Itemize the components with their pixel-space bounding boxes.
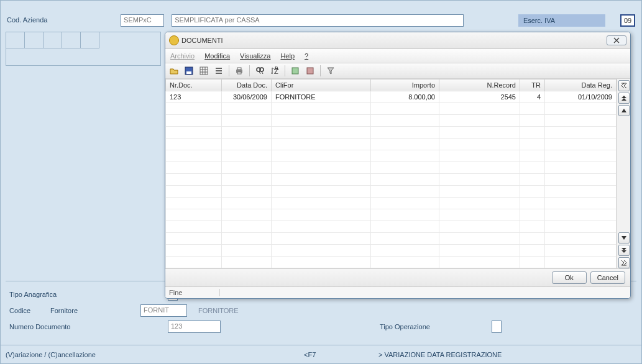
- table-row-empty: [166, 138, 617, 150]
- svg-rect-1: [186, 71, 191, 74]
- scroll-up-icon[interactable]: [618, 105, 630, 116]
- tipo-anagrafica-label: Tipo Anagrafica: [9, 291, 78, 298]
- dialog-status: Fine: [165, 286, 630, 298]
- eserc-iva-input[interactable]: 09: [620, 14, 635, 27]
- table-row-empty: [166, 209, 617, 221]
- dialog-toolbar: AZ: [165, 63, 630, 79]
- main-form: Cod. Azienda SEMPxC SEMPLIFICATA per CAS…: [0, 0, 642, 364]
- dialog-status-text: Fine: [169, 289, 220, 296]
- table-row-empty: [166, 114, 617, 126]
- col-importo[interactable]: Importo: [371, 79, 439, 91]
- menu-visualizza[interactable]: Visualizza: [240, 52, 270, 60]
- menu-question[interactable]: ?: [305, 52, 308, 60]
- fornitore-label: Fornitore: [50, 307, 94, 314]
- table-row-empty: [166, 244, 617, 256]
- save-icon[interactable]: [183, 65, 195, 77]
- filter-icon[interactable]: [324, 65, 337, 77]
- dialog-buttons: Ok Cancel: [165, 268, 630, 286]
- cell-datadoc: 30/06/2009: [222, 91, 272, 102]
- col-datadoc[interactable]: Data Doc.: [222, 79, 272, 91]
- codice-desc: FORNITORE: [198, 307, 267, 314]
- cell-clifor: FORNITORE: [272, 91, 371, 102]
- cell-nrecord: 2545: [439, 91, 520, 102]
- menu-help[interactable]: Help: [280, 52, 295, 60]
- cell-tr: 4: [520, 91, 545, 102]
- mid-tabs: [6, 32, 161, 66]
- table-row-empty: [166, 150, 617, 162]
- dialog-icon: [169, 35, 179, 45]
- col-clifor[interactable]: CliFor: [272, 79, 371, 91]
- table-row-empty: [166, 162, 617, 173]
- codice-input[interactable]: FORNIT: [140, 304, 187, 317]
- grid-wrap: Nr.Doc. Data Doc. CliFor Importo N.Recor…: [165, 79, 630, 268]
- status-key: <F7: [304, 351, 378, 358]
- close-icon: [613, 37, 620, 43]
- table-row[interactable]: 12330/06/2009FORNITORE8.000,002545401/10…: [166, 91, 617, 102]
- table-row-empty: [166, 126, 617, 138]
- status-left: (V)ariazione / (C)ancellazione: [6, 351, 304, 358]
- tool1-icon[interactable]: [289, 65, 301, 77]
- table-row-empty: [166, 256, 617, 268]
- menu-modifica[interactable]: Modifica: [204, 52, 230, 60]
- table-row-empty: [166, 221, 617, 232]
- cancel-button[interactable]: Cancel: [590, 271, 625, 284]
- table-row-empty: [166, 173, 617, 185]
- cell-datareg: 01/10/2009: [545, 91, 617, 102]
- cod-azienda-label: Cod. Azienda: [7, 16, 119, 24]
- codice-label: Codice: [9, 307, 47, 314]
- cod-azienda-input[interactable]: SEMPxC: [121, 14, 164, 27]
- menu-archivio[interactable]: Archivio: [170, 52, 195, 60]
- tipo-operazione-input[interactable]: [492, 321, 502, 333]
- table-row-empty: [166, 232, 617, 244]
- close-button[interactable]: [607, 35, 626, 45]
- svg-rect-4: [237, 68, 241, 70]
- table-row-empty: [166, 197, 617, 209]
- print-icon[interactable]: [233, 65, 245, 77]
- scroll-down-icon[interactable]: [618, 232, 630, 243]
- scroll-pageup-icon[interactable]: [618, 93, 630, 104]
- col-nrecord[interactable]: N.Record: [439, 79, 520, 91]
- top-row: Cod. Azienda SEMPxC SEMPLIFICATA per CAS…: [7, 14, 635, 30]
- dialog-title: DOCUMENTI: [181, 37, 607, 44]
- svg-rect-10: [292, 68, 298, 74]
- open-icon[interactable]: [168, 65, 180, 77]
- svg-rect-5: [237, 72, 241, 74]
- table-row-empty: [166, 102, 617, 114]
- documenti-dialog: DOCUMENTI Archivio Modifica Visualizza H…: [165, 32, 631, 299]
- grid-header-row: Nr.Doc. Data Doc. CliFor Importo N.Recor…: [166, 79, 617, 91]
- eserc-iva-label: Eserc. IVA: [518, 14, 605, 27]
- ok-button[interactable]: Ok: [552, 271, 587, 284]
- scroll-last-icon[interactable]: [618, 257, 630, 268]
- tipo-operazione-label: Tipo Operazione: [380, 323, 492, 330]
- table-row-empty: [166, 185, 617, 197]
- tool2-icon[interactable]: [304, 65, 316, 77]
- svg-rect-2: [200, 67, 208, 75]
- col-datareg[interactable]: Data Reg.: [545, 79, 617, 91]
- scroll-pagedown-icon[interactable]: [618, 245, 630, 256]
- dialog-menu: Archivio Modifica Visualizza Help ?: [165, 49, 630, 63]
- scroll-column: [617, 79, 630, 268]
- col-nrdoc[interactable]: Nr.Doc.: [166, 79, 222, 91]
- desc-azienda-input[interactable]: SEMPLIFICATA per CASSA: [172, 14, 464, 27]
- cell-nrdoc: 123: [166, 91, 222, 102]
- sort-icon[interactable]: AZ: [268, 65, 281, 77]
- numero-doc-label: Numero Documento: [9, 323, 168, 330]
- svg-text:Z: Z: [274, 68, 278, 75]
- documents-grid[interactable]: Nr.Doc. Data Doc. CliFor Importo N.Recor…: [165, 79, 617, 268]
- status-bar: (V)ariazione / (C)ancellazione <F7 > VAR…: [1, 345, 641, 363]
- cell-importo: 8.000,00: [371, 91, 439, 102]
- numero-doc-input[interactable]: 123: [168, 321, 221, 333]
- dialog-titlebar[interactable]: DOCUMENTI: [165, 32, 630, 49]
- scroll-first-icon[interactable]: [618, 80, 630, 91]
- list-icon[interactable]: [213, 65, 225, 77]
- col-tr[interactable]: TR: [520, 79, 545, 91]
- find-icon[interactable]: [254, 65, 266, 77]
- svg-rect-11: [307, 68, 313, 74]
- status-right: > VARIAZIONE DATA REGISTRAZIONE: [378, 351, 502, 358]
- grid-icon[interactable]: [198, 65, 210, 77]
